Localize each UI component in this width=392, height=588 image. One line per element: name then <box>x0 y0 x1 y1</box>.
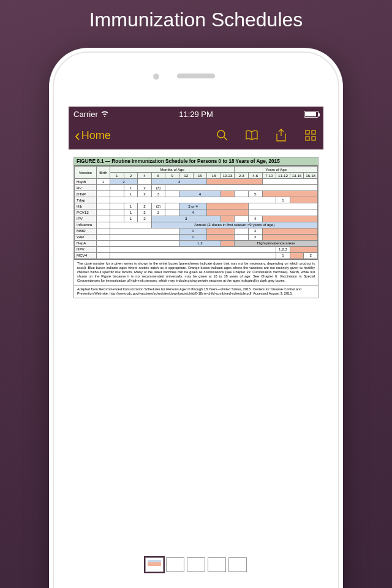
table-cell: 1 <box>124 216 138 222</box>
table-cell <box>221 240 235 246</box>
back-button[interactable]: ‹ Home <box>75 127 111 143</box>
table-cell <box>110 228 179 234</box>
table-cell <box>110 209 124 216</box>
table-cell <box>97 240 110 246</box>
svg-line-1 <box>224 137 227 140</box>
table-cell <box>97 222 110 228</box>
table-cell: 1 <box>124 203 138 209</box>
table-cell <box>97 191 110 197</box>
status-time: 11:29 PM <box>179 110 213 119</box>
table-cell: 1 <box>97 179 110 185</box>
table-cell <box>110 185 124 191</box>
status-bar: Carrier 11:29 PM <box>69 107 323 121</box>
table-cell: 2 <box>138 209 152 216</box>
table-cell: 2 <box>138 203 152 209</box>
table-cell: 3 or 4 <box>179 203 206 209</box>
table-cell: 2 <box>304 252 318 258</box>
figure-source: Adapted from Recommended Immunization Sc… <box>74 285 318 298</box>
vaccine-name: Hib <box>75 203 97 209</box>
table-cell <box>290 246 317 252</box>
page-thumbnail[interactable] <box>228 557 247 572</box>
table-cell <box>207 209 249 216</box>
table-cell <box>97 252 110 258</box>
figure-title: FIGURE 8.1 — Routine Immunization Schedu… <box>74 157 318 166</box>
grid-icon[interactable] <box>304 129 317 142</box>
vaccine-name: VAR <box>75 234 97 240</box>
table-cell <box>110 252 276 258</box>
table-cell: 2 <box>138 185 152 191</box>
vaccine-name: HepB <box>75 179 97 185</box>
vaccine-name: Tdap <box>75 197 97 203</box>
table-cell <box>97 216 110 222</box>
vaccine-name: PCV13 <box>75 209 97 216</box>
table-cell <box>97 246 110 252</box>
table-cell: 2 <box>248 228 262 234</box>
table-cell <box>248 203 317 209</box>
table-cell <box>207 228 235 234</box>
table-cell: (3) <box>151 185 165 191</box>
page-thumbnail[interactable] <box>187 557 205 572</box>
document-viewport[interactable]: FIGURE 8.1 — Routine Immunization Schedu… <box>69 149 323 552</box>
phone-speaker <box>177 74 215 78</box>
figure-footnote: The dose number for a given series is sh… <box>74 259 318 285</box>
table-cell <box>262 216 317 222</box>
svg-rect-3 <box>312 130 315 134</box>
table-cell: 4 <box>248 216 262 222</box>
table-cell: 3 <box>151 179 206 185</box>
table-cell: 5 <box>248 191 262 197</box>
document-page: FIGURE 8.1 — Routine Immunization Schedu… <box>74 157 318 298</box>
table-cell <box>97 209 110 216</box>
table-cell: 2 <box>248 234 262 240</box>
wifi-icon <box>100 110 109 119</box>
table-cell: 2 <box>110 179 138 185</box>
table-cell <box>110 222 152 228</box>
table-cell <box>262 179 317 185</box>
page-thumbnail[interactable] <box>145 557 164 572</box>
table-cell <box>97 234 110 240</box>
nav-bar: ‹ Home <box>69 121 323 149</box>
table-cell <box>97 228 110 234</box>
table-cell: 3 <box>151 216 221 222</box>
page-thumbnail[interactable] <box>166 557 184 572</box>
vaccine-name: DTaP <box>75 191 97 197</box>
share-icon[interactable] <box>274 129 288 142</box>
table-cell: 1 <box>124 185 138 191</box>
app-title: Immunization Schedules <box>0 0 392 37</box>
table-cell: 1 <box>124 209 138 216</box>
table-cell: 3 <box>151 209 165 216</box>
vaccine-name: Influenza <box>75 222 97 228</box>
table-cell <box>110 234 179 240</box>
svg-rect-5 <box>312 137 315 140</box>
table-cell: 4 <box>179 209 206 216</box>
vaccine-name: IPV <box>75 216 97 222</box>
table-cell <box>262 191 317 197</box>
table-cell: (3) <box>151 203 165 209</box>
back-label: Home <box>81 129 111 142</box>
page-thumbnail[interactable] <box>208 557 226 572</box>
table-cell <box>290 252 304 258</box>
table-cell <box>207 203 249 209</box>
table-cell <box>110 191 124 197</box>
table-cell <box>165 203 179 209</box>
table-cell <box>165 185 318 191</box>
vaccine-name: RV <box>75 185 97 191</box>
table-cell <box>110 240 179 246</box>
table-cell <box>97 197 110 203</box>
book-icon[interactable] <box>245 129 258 142</box>
phone-frame: Carrier 11:29 PM ‹ Home <box>49 48 343 588</box>
battery-icon <box>304 111 318 118</box>
vaccine-name: HepA <box>75 240 97 246</box>
table-cell: 1,2 <box>179 240 221 246</box>
svg-rect-4 <box>306 137 309 140</box>
phone-camera <box>153 74 159 80</box>
search-icon[interactable] <box>216 129 229 142</box>
table-cell <box>207 234 235 240</box>
chevron-left-icon: ‹ <box>75 127 80 143</box>
svg-point-0 <box>217 130 225 138</box>
table-cell <box>235 234 249 240</box>
table-cell: Annual (2 doses in first season <9 years… <box>151 222 317 228</box>
table-cell <box>110 197 276 203</box>
table-cell <box>221 216 235 222</box>
table-cell: 2 <box>138 216 152 222</box>
table-cell <box>110 246 276 252</box>
